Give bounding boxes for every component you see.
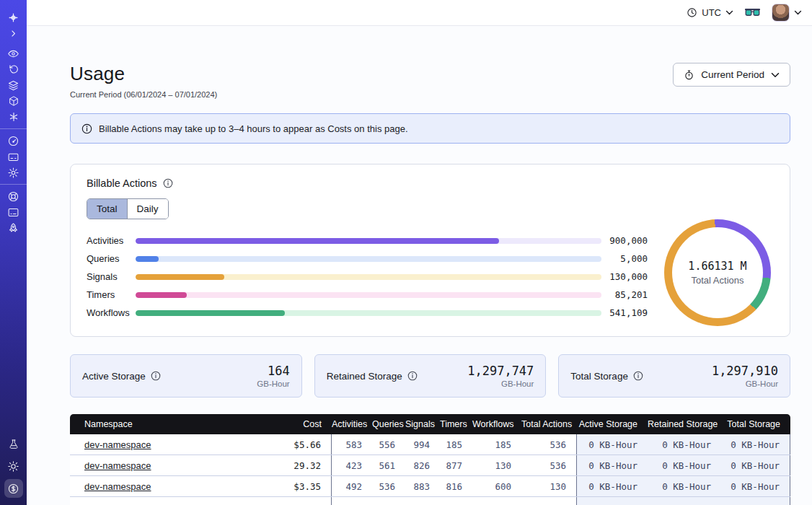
table-row: dev-namespace $3.35 492 536 883 816 600 … <box>70 476 790 497</box>
bar-label: Timers <box>87 289 136 300</box>
timezone-label: UTC <box>702 7 721 18</box>
column-header-queries: Queries <box>372 419 405 429</box>
period-dropdown-button[interactable]: Current Period <box>673 63 790 87</box>
bar-track <box>136 256 601 262</box>
rocket-icon[interactable] <box>0 220 27 236</box>
sidebar-divider <box>0 128 27 129</box>
history-icon[interactable] <box>0 61 27 77</box>
info-icon[interactable] <box>407 371 418 381</box>
cell-workflows: 185 <box>472 434 521 454</box>
cell-cost: $5.66 <box>270 434 332 454</box>
column-header-active-storage: Active Storage <box>576 419 648 429</box>
storage-card-unit: GB-Hour <box>257 379 289 388</box>
cell-timers: 816 <box>440 476 472 496</box>
period-button-label: Current Period <box>701 69 764 80</box>
tab-total[interactable]: Total <box>87 199 127 219</box>
cell-timers: 185 <box>440 434 472 454</box>
lifebuoy-icon[interactable] <box>0 188 27 204</box>
gauge-icon[interactable] <box>0 133 27 149</box>
bar-label: Queries <box>87 253 136 264</box>
chevron-down-icon <box>725 10 733 15</box>
cube-icon[interactable] <box>0 93 27 109</box>
sun-icon[interactable] <box>0 458 27 474</box>
donut-center-label: Total Actions <box>692 275 744 286</box>
cell-timers: 877 <box>440 455 472 475</box>
dollar-circle-icon[interactable] <box>4 479 23 498</box>
bar-row-queries: Queries 5,000 <box>87 250 648 268</box>
cell-signals: 883 <box>405 476 440 496</box>
storage-card-label: Total Storage <box>570 371 628 382</box>
table-header-row: Namespace Cost Activities Queries Signal… <box>70 414 790 434</box>
chevron-down-icon <box>794 10 802 15</box>
cell-retained-storage: 0 KB-Hour <box>648 476 721 496</box>
column-header-workflows: Workflows <box>472 419 521 429</box>
storage-card-label: Retained Storage <box>327 371 402 382</box>
cell-active-storage: 0 KB-Hour <box>576 476 648 496</box>
bar-track <box>136 292 601 298</box>
timezone-selector[interactable]: UTC <box>687 7 733 18</box>
account-menu[interactable] <box>772 4 802 22</box>
sidebar <box>0 0 27 505</box>
terminal-icon[interactable] <box>0 204 27 220</box>
cell-signals: 994 <box>405 434 440 454</box>
bar-row-activities: Activities 900,000 <box>87 232 648 250</box>
billable-actions-bar-chart: Activities 900,000 Queries 5,000 Signals… <box>87 232 648 322</box>
table-row: dev-namespace $5.66 583 556 994 185 185 … <box>70 434 790 455</box>
info-icon[interactable] <box>163 178 173 188</box>
retained-storage-card: Retained Storage 1,297,747 GB-Hour <box>314 354 547 398</box>
tab-daily[interactable]: Daily <box>127 199 168 219</box>
cell-total-actions: 536 <box>521 434 576 454</box>
bar-row-workflows: Workflows 541,109 <box>87 304 648 322</box>
storage-card-value: 1,297,910 <box>712 364 778 378</box>
layers-icon[interactable] <box>0 77 27 93</box>
active-storage-card: Active Storage 164 GB-Hour <box>70 354 302 398</box>
cell-total-actions: 536 <box>521 455 576 475</box>
info-icon[interactable] <box>151 371 161 381</box>
temporal-logo[interactable] <box>0 9 27 25</box>
cell-cost: $3.35 <box>270 476 332 496</box>
bar-label: Activities <box>87 235 136 246</box>
clock-icon <box>687 7 697 18</box>
banner-text: Billable Actions may take up to 3–4 hour… <box>99 123 408 134</box>
asterisk-icon[interactable] <box>0 109 27 125</box>
cell-total-storage: 0 KB-Hour <box>721 455 790 475</box>
sidebar-divider <box>0 184 27 185</box>
cell-activities: 583 <box>332 434 372 454</box>
main-content: Usage Current Period (06/01/2024 – 07/01… <box>27 27 812 505</box>
glasses-icon[interactable] <box>745 8 760 18</box>
eye-icon[interactable] <box>0 45 27 61</box>
flask-icon[interactable] <box>0 436 27 452</box>
column-header-signals: Signals <box>405 419 440 429</box>
bar-fill <box>136 274 224 280</box>
bar-label: Workflows <box>87 307 136 318</box>
namespace-link[interactable]: dev-namespace <box>84 481 151 492</box>
cell-active-storage: 0 KB-Hour <box>576 434 648 454</box>
column-header-retained-storage: Retained Storage <box>648 419 721 429</box>
donut-ring: 1.66131 M Total Actions <box>664 219 771 326</box>
column-header-timers: Timers <box>440 419 472 429</box>
storage-card-value: 1,297,747 <box>467 364 534 378</box>
info-banner: Billable Actions may take up to 3–4 hour… <box>70 113 790 144</box>
total-daily-tab-group: Total Daily <box>87 198 169 219</box>
namespace-link[interactable]: dev-namespace <box>84 460 151 471</box>
gear-icon[interactable] <box>0 164 27 180</box>
cell-cost: 29.32 <box>270 455 332 475</box>
column-header-total-actions: Total Actions <box>521 419 576 429</box>
namespace-link[interactable]: dev-namespace <box>84 439 151 450</box>
cell-retained-storage: 0 KB-Hour <box>648 455 721 475</box>
cell-retained-storage: 0 KB-Hour <box>648 434 721 454</box>
page-subtitle: Current Period (06/01/2024 – 07/01/2024) <box>70 90 217 99</box>
column-header-total-storage: Total Storage <box>721 419 790 429</box>
credit-card-icon[interactable] <box>0 149 27 164</box>
bar-row-signals: Signals 130,000 <box>87 268 648 286</box>
chevron-right-icon[interactable] <box>0 25 27 41</box>
bar-value: 85,201 <box>601 289 648 300</box>
table-row-partial <box>70 497 790 505</box>
info-icon[interactable] <box>633 371 643 381</box>
avatar <box>772 4 790 22</box>
page-title: Usage <box>70 63 217 85</box>
cell-queries: 556 <box>372 434 405 454</box>
storage-cards-row: Active Storage 164 GB-Hour Retained Stor… <box>70 354 790 398</box>
column-header-namespace: Namespace <box>70 419 270 429</box>
billable-actions-title: Billable Actions <box>87 177 157 189</box>
